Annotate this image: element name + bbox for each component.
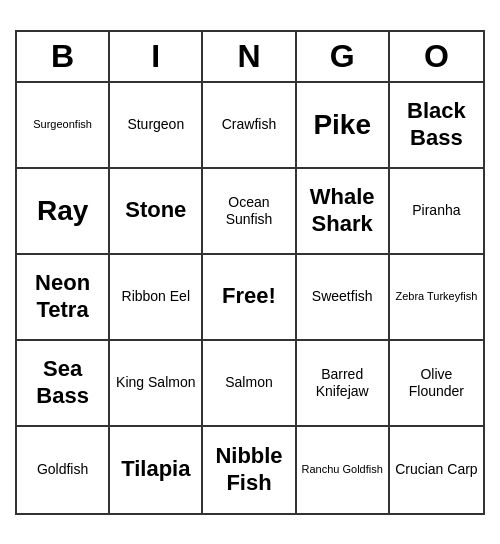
- bingo-cell: Sturgeon: [110, 83, 203, 169]
- cell-text: Ray: [37, 194, 88, 228]
- cell-text: Surgeonfish: [33, 118, 92, 131]
- cell-text: Nibble Fish: [207, 443, 290, 496]
- bingo-cell: Ranchu Goldfish: [297, 427, 390, 513]
- bingo-cell: Ray: [17, 169, 110, 255]
- cell-text: Crucian Carp: [395, 461, 477, 478]
- cell-text: Tilapia: [121, 456, 190, 482]
- cell-text: Barred Knifejaw: [301, 366, 384, 400]
- bingo-grid: SurgeonfishSturgeonCrawfishPikeBlack Bas…: [17, 83, 483, 513]
- header-letter: O: [390, 32, 483, 81]
- header-letter: N: [203, 32, 296, 81]
- cell-text: Olive Flounder: [394, 366, 479, 400]
- header-letter: B: [17, 32, 110, 81]
- cell-text: Free!: [222, 283, 276, 309]
- cell-text: Stone: [125, 197, 186, 223]
- cell-text: Ranchu Goldfish: [302, 463, 383, 476]
- cell-text: Sturgeon: [127, 116, 184, 133]
- cell-text: Zebra Turkeyfish: [395, 290, 477, 303]
- cell-text: Ocean Sunfish: [207, 194, 290, 228]
- header-letter: I: [110, 32, 203, 81]
- cell-text: Black Bass: [394, 98, 479, 151]
- bingo-cell: Black Bass: [390, 83, 483, 169]
- bingo-cell: Free!: [203, 255, 296, 341]
- bingo-header: BINGO: [17, 32, 483, 83]
- bingo-cell: Whale Shark: [297, 169, 390, 255]
- bingo-cell: Olive Flounder: [390, 341, 483, 427]
- cell-text: Ribbon Eel: [122, 288, 191, 305]
- bingo-cell: King Salmon: [110, 341, 203, 427]
- cell-text: Neon Tetra: [21, 270, 104, 323]
- bingo-card: BINGO SurgeonfishSturgeonCrawfishPikeBla…: [15, 30, 485, 515]
- bingo-cell: Neon Tetra: [17, 255, 110, 341]
- bingo-cell: Zebra Turkeyfish: [390, 255, 483, 341]
- bingo-cell: Goldfish: [17, 427, 110, 513]
- cell-text: Sweetfish: [312, 288, 373, 305]
- cell-text: Whale Shark: [301, 184, 384, 237]
- cell-text: Sea Bass: [21, 356, 104, 409]
- bingo-cell: Sweetfish: [297, 255, 390, 341]
- bingo-cell: Ocean Sunfish: [203, 169, 296, 255]
- cell-text: Crawfish: [222, 116, 276, 133]
- cell-text: Piranha: [412, 202, 460, 219]
- bingo-cell: Tilapia: [110, 427, 203, 513]
- bingo-cell: Barred Knifejaw: [297, 341, 390, 427]
- bingo-cell: Surgeonfish: [17, 83, 110, 169]
- bingo-cell: Piranha: [390, 169, 483, 255]
- bingo-cell: Pike: [297, 83, 390, 169]
- bingo-cell: Crawfish: [203, 83, 296, 169]
- cell-text: Pike: [313, 108, 371, 142]
- bingo-cell: Sea Bass: [17, 341, 110, 427]
- bingo-cell: Stone: [110, 169, 203, 255]
- cell-text: King Salmon: [116, 374, 195, 391]
- bingo-cell: Salmon: [203, 341, 296, 427]
- bingo-cell: Crucian Carp: [390, 427, 483, 513]
- bingo-cell: Nibble Fish: [203, 427, 296, 513]
- bingo-cell: Ribbon Eel: [110, 255, 203, 341]
- cell-text: Salmon: [225, 374, 272, 391]
- cell-text: Goldfish: [37, 461, 88, 478]
- header-letter: G: [297, 32, 390, 81]
